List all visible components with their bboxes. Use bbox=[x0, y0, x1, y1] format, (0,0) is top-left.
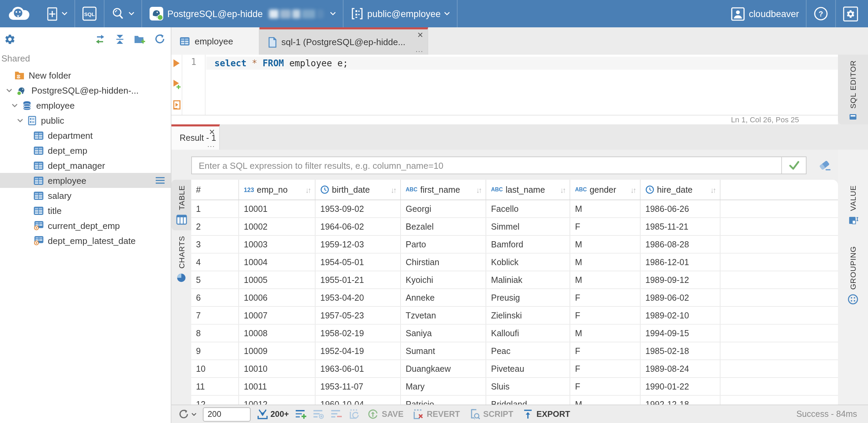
cell-last-name[interactable]: Piveteau bbox=[486, 360, 570, 377]
column-header-gender[interactable]: ABC gender ↓↑ bbox=[570, 180, 641, 200]
table-row[interactable]: 12 10012 1960-10-04 Patricio Bridgland M… bbox=[191, 396, 838, 405]
cell-birth-date[interactable]: 1960-10-04 bbox=[316, 396, 401, 405]
cell-hire-date[interactable]: 1992-12-18 bbox=[641, 396, 720, 405]
cell-gender[interactable]: M bbox=[570, 325, 641, 342]
execute-in-new-tab-icon[interactable] bbox=[173, 79, 182, 90]
cell-rownum[interactable]: 5 bbox=[191, 271, 239, 288]
delete-row-button-disabled[interactable] bbox=[331, 409, 342, 420]
column-header-first-name[interactable]: ABC first_name ↓↑ bbox=[401, 180, 486, 200]
sql-line-1[interactable]: select * FROM employee e; bbox=[206, 57, 838, 70]
cell-first-name[interactable]: Bezalel bbox=[401, 218, 486, 235]
cell-hire-date[interactable]: 1990-01-22 bbox=[641, 378, 720, 395]
collapse-all-icon[interactable] bbox=[115, 34, 125, 44]
cell-birth-date[interactable]: 1953-09-02 bbox=[316, 200, 401, 217]
cell-last-name[interactable]: Kalloufi bbox=[486, 325, 570, 342]
code-area[interactable]: select * FROM employee e; bbox=[206, 55, 838, 115]
chevron-expanded-icon[interactable] bbox=[17, 118, 23, 123]
sort-icon[interactable]: ↓↑ bbox=[626, 186, 635, 194]
cell-birth-date[interactable]: 1957-05-23 bbox=[316, 307, 401, 324]
cell-first-name[interactable]: Parto bbox=[401, 236, 486, 253]
fetch-next-page-button[interactable]: 200+ bbox=[257, 409, 289, 420]
open-sql-editor-button[interactable]: SQL bbox=[75, 0, 104, 27]
table-row[interactable]: 7 10007 1957-05-23 Tzvetan Zielinski F 1… bbox=[191, 307, 838, 325]
cell-first-name[interactable]: Sumant bbox=[401, 342, 486, 359]
cell-rownum[interactable]: 4 bbox=[191, 254, 239, 271]
chevron-expanded-icon[interactable] bbox=[6, 88, 12, 93]
tree-item-table-dept-manager[interactable]: dept_manager bbox=[0, 158, 171, 173]
cell-last-name[interactable]: Bridgland bbox=[486, 396, 570, 405]
settings-button[interactable] bbox=[836, 0, 868, 27]
cell-emp-no[interactable]: 10003 bbox=[239, 236, 316, 253]
cell-rownum[interactable]: 8 bbox=[191, 325, 239, 342]
tree-item-new-folder[interactable]: New folder bbox=[0, 68, 171, 83]
close-result-icon[interactable]: ✕ bbox=[209, 128, 215, 136]
chevron-expanded-icon[interactable] bbox=[12, 103, 18, 108]
cell-emp-no[interactable]: 10010 bbox=[239, 360, 316, 377]
cell-first-name[interactable]: Patricio bbox=[401, 396, 486, 405]
duplicate-row-button-disabled[interactable] bbox=[313, 409, 324, 420]
execute-query-icon[interactable] bbox=[173, 59, 180, 68]
cell-gender[interactable]: F bbox=[570, 342, 641, 359]
cell-rownum[interactable]: 6 bbox=[191, 289, 239, 306]
cell-gender[interactable]: M bbox=[570, 200, 641, 217]
cell-rownum[interactable]: 2 bbox=[191, 218, 239, 235]
sql-editor-vertical-tab[interactable]: SQL EDITOR bbox=[838, 55, 868, 124]
cell-rownum[interactable]: 11 bbox=[191, 378, 239, 395]
cell-birth-date[interactable]: 1964-06-02 bbox=[316, 218, 401, 235]
column-header-rownum[interactable]: # bbox=[191, 180, 239, 200]
clear-filter-button[interactable] bbox=[817, 159, 832, 172]
cell-emp-no[interactable]: 10001 bbox=[239, 200, 316, 217]
tree-item-table-salary[interactable]: salary bbox=[0, 188, 171, 203]
tree-item-connection-postgresql[interactable]: PostgreSQL@ep-hidden-... bbox=[0, 83, 171, 98]
tab-charts-view[interactable]: CHARTS bbox=[171, 230, 191, 288]
cell-birth-date[interactable]: 1952-04-19 bbox=[316, 342, 401, 359]
cell-hire-date[interactable]: 1985-11-21 bbox=[641, 218, 720, 235]
schema-selector[interactable]: public@employee bbox=[344, 0, 457, 27]
cell-hire-date[interactable]: 1989-06-02 bbox=[641, 289, 720, 306]
cell-emp-no[interactable]: 10011 bbox=[239, 378, 316, 395]
cell-last-name[interactable]: Simmel bbox=[486, 218, 570, 235]
tree-item-schema-public[interactable]: public bbox=[0, 113, 171, 128]
table-row[interactable]: 8 10008 1958-02-19 Saniya Kalloufi M 199… bbox=[191, 325, 838, 342]
script-button-disabled[interactable]: SCRIPT bbox=[467, 409, 515, 420]
tree-item-table-department[interactable]: department bbox=[0, 128, 171, 143]
cell-gender[interactable]: F bbox=[570, 307, 641, 324]
cell-gender[interactable]: M bbox=[570, 396, 641, 405]
execute-script-icon[interactable] bbox=[173, 100, 181, 110]
cell-hire-date[interactable]: 1989-02-10 bbox=[641, 307, 720, 324]
table-row[interactable]: 3 10003 1959-12-03 Parto Bamford M 1986-… bbox=[191, 236, 838, 254]
cell-last-name[interactable]: Koblick bbox=[486, 254, 570, 271]
cell-birth-date[interactable]: 1958-02-19 bbox=[316, 325, 401, 342]
cell-gender[interactable]: F bbox=[570, 360, 641, 377]
cell-emp-no[interactable]: 10007 bbox=[239, 307, 316, 324]
close-tab-icon[interactable]: ✕ bbox=[417, 31, 423, 39]
cell-birth-date[interactable]: 1954-05-01 bbox=[316, 254, 401, 271]
cell-first-name[interactable]: Duangkaew bbox=[401, 360, 486, 377]
tree-item-table-employee-selected[interactable]: employee bbox=[0, 173, 171, 188]
table-row[interactable]: 5 10005 1955-01-21 Kyoichi Maliniak M 19… bbox=[191, 271, 838, 289]
connection-selector[interactable]: PostgreSQL@ep-hidde bbox=[142, 0, 343, 27]
cell-last-name[interactable]: Sluis bbox=[486, 378, 570, 395]
auto-refresh-button-disabled[interactable] bbox=[348, 409, 360, 420]
cell-hire-date[interactable]: 1986-08-28 bbox=[641, 236, 720, 253]
tab-sql-1-active[interactable]: sql-1 (PostgreSQL@ep-hidde... ✕ ... bbox=[260, 27, 428, 55]
tab-employee[interactable]: employee bbox=[171, 27, 260, 55]
cell-first-name[interactable]: Tzvetan bbox=[401, 307, 486, 324]
cell-rownum[interactable]: 10 bbox=[191, 360, 239, 377]
sort-icon[interactable]: ↓↑ bbox=[387, 186, 395, 194]
cell-hire-date[interactable]: 1986-06-26 bbox=[641, 200, 720, 217]
cell-hire-date[interactable]: 1989-08-24 bbox=[641, 360, 720, 377]
cell-birth-date[interactable]: 1953-11-07 bbox=[316, 378, 401, 395]
cell-last-name[interactable]: Peac bbox=[486, 342, 570, 359]
table-row[interactable]: 4 10004 1954-05-01 Chirstian Koblick M 1… bbox=[191, 254, 838, 271]
sort-icon[interactable]: ↓↑ bbox=[706, 186, 715, 194]
cell-emp-no[interactable]: 10004 bbox=[239, 254, 316, 271]
cell-gender[interactable]: F bbox=[570, 218, 641, 235]
cell-gender[interactable]: F bbox=[570, 289, 641, 306]
cell-rownum[interactable]: 1 bbox=[191, 200, 239, 217]
cell-emp-no[interactable]: 10008 bbox=[239, 325, 316, 342]
cell-rownum[interactable]: 3 bbox=[191, 236, 239, 253]
cell-first-name[interactable]: Anneke bbox=[401, 289, 486, 306]
export-button[interactable]: EXPORT bbox=[521, 409, 572, 420]
new-connection-button[interactable] bbox=[40, 0, 74, 27]
